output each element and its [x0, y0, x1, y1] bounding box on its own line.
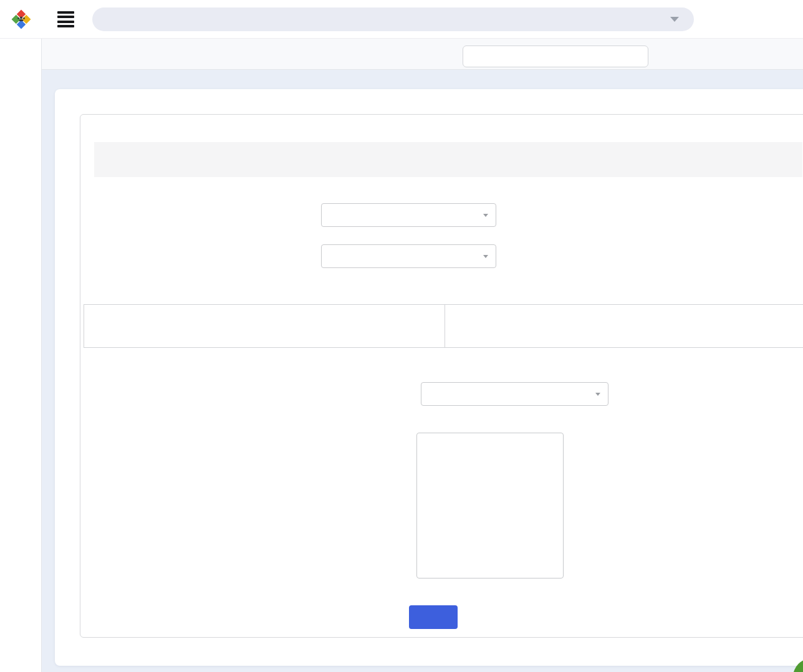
picklist-panel — [80, 114, 803, 638]
menu-toggle-button[interactable] — [57, 11, 75, 27]
content-area — [42, 70, 803, 672]
tab-all-values[interactable] — [84, 305, 445, 347]
topbar — [0, 0, 803, 39]
save-button[interactable] — [409, 605, 458, 629]
chevron-down-icon — [595, 393, 600, 396]
search-scope-caret-icon[interactable] — [670, 17, 679, 22]
logo-diamonds — [11, 9, 31, 29]
role-name-select[interactable] — [421, 382, 608, 406]
sidebar — [0, 39, 42, 672]
picklist-field-select[interactable] — [321, 244, 496, 268]
breadcrumb-bar — [42, 39, 803, 70]
chevron-down-icon — [483, 214, 488, 217]
settings-search[interactable] — [463, 46, 648, 67]
app-logo-icon[interactable] — [0, 0, 42, 39]
chevron-down-icon — [483, 255, 488, 258]
assigned-values-box[interactable] — [416, 433, 564, 578]
panel-header — [94, 142, 802, 177]
global-search-input[interactable] — [109, 14, 670, 25]
app-root — [0, 0, 803, 672]
module-select[interactable] — [321, 203, 496, 227]
global-search[interactable] — [92, 7, 694, 31]
settings-search-input[interactable] — [478, 52, 642, 62]
tab-values-assigned-to-role[interactable] — [445, 305, 803, 347]
picklist-tabs — [84, 304, 803, 348]
picklist-card — [55, 89, 803, 666]
